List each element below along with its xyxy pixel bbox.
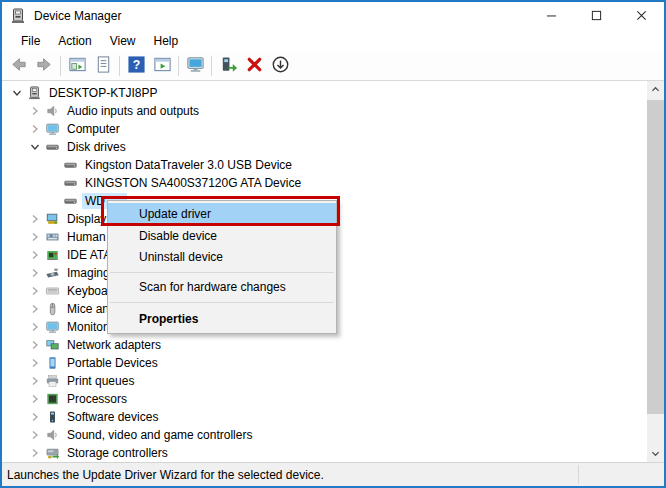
tree-item-label: Imaging <box>64 265 113 281</box>
vertical-scrollbar[interactable] <box>647 81 664 462</box>
tree-item-label: Portable Devices <box>64 355 161 371</box>
maximize-button[interactable] <box>574 2 619 30</box>
chevron-spacer <box>44 192 62 210</box>
scroll-down-icon[interactable] <box>647 445 664 462</box>
chevron-collapsed-icon[interactable] <box>26 390 44 408</box>
properties-icon <box>94 55 113 77</box>
device-tree-panel: DESKTOP-KTJI8PPAudio inputs and outputsC… <box>2 81 664 462</box>
window-title: Device Manager <box>34 9 121 23</box>
close-button[interactable] <box>619 2 664 30</box>
tree-row-sound-video-and-game-controllers[interactable]: Sound, video and game controllers <box>2 426 647 444</box>
context-menu-item-properties[interactable]: Properties <box>108 307 336 331</box>
chevron-collapsed-icon[interactable] <box>26 228 44 246</box>
chevron-collapsed-icon[interactable] <box>26 246 44 264</box>
back-arrow-icon <box>9 55 28 77</box>
device-manager-icon <box>10 8 26 24</box>
computer-tower-icon <box>26 85 42 101</box>
context-menu: Update driverDisable deviceUninstall dev… <box>107 200 337 334</box>
chevron-collapsed-icon[interactable] <box>26 408 44 426</box>
back-button[interactable] <box>5 54 31 78</box>
toolbar-separator <box>178 56 179 76</box>
tree-row-portable-devices[interactable]: Portable Devices <box>2 354 647 372</box>
action-pane-icon <box>153 55 172 77</box>
tree-row-processors[interactable]: Processors <box>2 390 647 408</box>
window-controls <box>529 2 664 30</box>
context-menu-item-uninstall-device[interactable]: Uninstall device <box>108 247 336 268</box>
chevron-collapsed-icon[interactable] <box>26 318 44 336</box>
menu-file[interactable]: File <box>12 32 49 50</box>
menu-separator <box>110 302 334 303</box>
storage-controller-icon <box>44 445 60 461</box>
chevron-collapsed-icon[interactable] <box>26 120 44 138</box>
tree-row-storage-controllers[interactable]: Storage controllers <box>2 444 647 462</box>
scroll-up-icon[interactable] <box>647 81 664 98</box>
forward-button[interactable] <box>31 54 57 78</box>
menu-action[interactable]: Action <box>49 32 100 50</box>
tree-item-label: Software devices <box>64 409 161 425</box>
properties-button[interactable] <box>90 54 116 78</box>
minimize-button[interactable] <box>529 2 574 30</box>
tree-item-label: Network adapters <box>64 337 164 353</box>
show-console-tree-button[interactable] <box>64 54 90 78</box>
chevron-expanded-icon[interactable] <box>26 138 44 156</box>
tree-row-kingston-datatraveler-3-0-usb-device[interactable]: Kingston DataTraveler 3.0 USB Device <box>2 156 647 174</box>
disable-device-button[interactable] <box>267 54 293 78</box>
devices-button[interactable] <box>182 54 208 78</box>
computer-monitor-icon <box>186 55 205 77</box>
printer-icon <box>44 373 60 389</box>
statusbar-divider <box>578 465 579 484</box>
show-action-pane-button[interactable] <box>149 54 175 78</box>
chevron-collapsed-icon[interactable] <box>26 300 44 318</box>
hid-icon <box>44 229 60 245</box>
chevron-collapsed-icon[interactable] <box>26 210 44 228</box>
help-icon: ? <box>127 55 146 77</box>
context-menu-item-scan-for-hardware-changes[interactable]: Scan for hardware changes <box>108 277 336 298</box>
ide-controller-icon <box>44 247 60 263</box>
chevron-collapsed-icon[interactable] <box>26 444 44 462</box>
network-adapter-icon <box>44 337 60 353</box>
titlebar: Device Manager <box>2 2 664 30</box>
chevron-collapsed-icon[interactable] <box>26 354 44 372</box>
tree-item-label: Sound, video and game controllers <box>64 427 255 443</box>
tree-item-label: Mice an <box>64 301 112 317</box>
device-manager-window: Device Manager FileActionViewHelp ? DESK… <box>0 0 666 488</box>
tree-item-label: Keyboa <box>64 283 111 299</box>
update-driver-button[interactable] <box>215 54 241 78</box>
chevron-collapsed-icon[interactable] <box>26 372 44 390</box>
menu-help[interactable]: Help <box>145 32 188 50</box>
tree-row-network-adapters[interactable]: Network adapters <box>2 336 647 354</box>
uninstall-device-button[interactable] <box>241 54 267 78</box>
toolbar-separator <box>119 56 120 76</box>
chevron-collapsed-icon[interactable] <box>26 264 44 282</box>
tree-row-desktop-ktji8pp[interactable]: DESKTOP-KTJI8PP <box>2 84 647 102</box>
chevron-collapsed-icon[interactable] <box>26 336 44 354</box>
tree-row-print-queues[interactable]: Print queues <box>2 372 647 390</box>
uninstall-x-icon <box>245 55 264 77</box>
chevron-collapsed-icon[interactable] <box>26 282 44 300</box>
disk-drive-icon <box>62 175 78 191</box>
display-adapter-icon <box>44 211 60 227</box>
disk-drive-icon <box>44 139 60 155</box>
tree-row-kingston-sa400s37120g-ata-device[interactable]: KINGSTON SA400S37120G ATA Device <box>2 174 647 192</box>
tree-row-disk-drives[interactable]: Disk drives <box>2 138 647 156</box>
context-menu-item-update-driver[interactable]: Update driver <box>108 203 336 226</box>
tree-row-software-devices[interactable]: Software devices <box>2 408 647 426</box>
scrollbar-thumb[interactable] <box>647 100 664 414</box>
chevron-collapsed-icon[interactable] <box>26 426 44 444</box>
tree-item-label: Audio inputs and outputs <box>64 103 202 119</box>
monitor-icon <box>44 319 60 335</box>
toolbar-separator <box>60 56 61 76</box>
tree-item-label: DESKTOP-KTJI8PP <box>46 85 160 101</box>
imaging-device-icon <box>44 265 60 281</box>
disable-down-arrow-icon <box>271 55 290 77</box>
chevron-collapsed-icon[interactable] <box>26 102 44 120</box>
tree-item-label: Computer <box>64 121 123 137</box>
tree-row-audio-inputs-and-outputs[interactable]: Audio inputs and outputs <box>2 102 647 120</box>
portable-device-icon <box>44 355 60 371</box>
chevron-expanded-icon[interactable] <box>8 84 26 102</box>
help-button[interactable]: ? <box>123 54 149 78</box>
speaker-icon <box>44 103 60 119</box>
context-menu-item-disable-device[interactable]: Disable device <box>108 226 336 247</box>
tree-row-computer[interactable]: Computer <box>2 120 647 138</box>
menu-view[interactable]: View <box>101 32 145 50</box>
